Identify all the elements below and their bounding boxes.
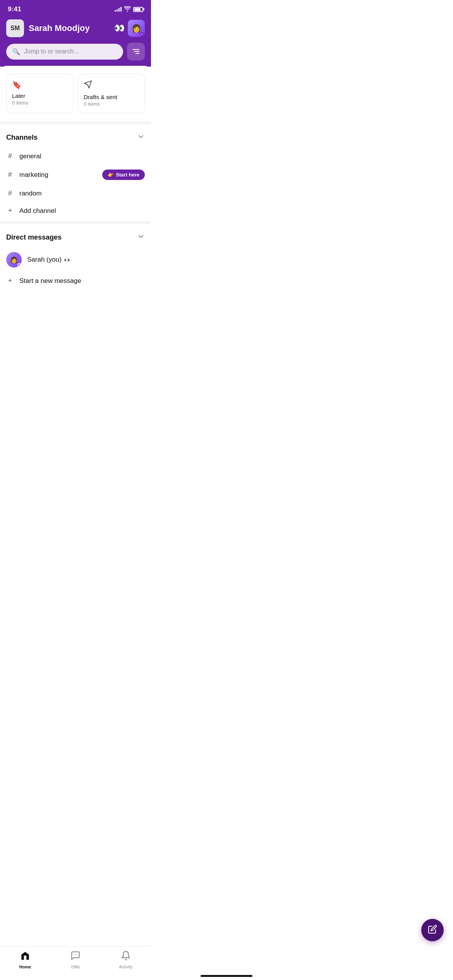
channels-chevron-icon[interactable] <box>137 133 145 142</box>
channel-name-marketing: marketing <box>19 171 97 179</box>
filter-button[interactable] <box>127 43 145 60</box>
search-icon: 🔍 <box>12 48 20 55</box>
channel-random[interactable]: # random <box>6 185 145 202</box>
hash-icon-random: # <box>6 189 14 197</box>
plus-icon-dm: + <box>6 277 14 285</box>
new-message[interactable]: + Start a new message <box>6 272 145 290</box>
battery-icon <box>133 7 143 12</box>
start-here-label: Start here <box>116 172 139 178</box>
start-here-badge: 👉 Start here <box>102 170 145 180</box>
plus-icon-channel: + <box>6 207 14 215</box>
channel-name-random: random <box>19 190 145 197</box>
dm-name-sarah: Sarah (you) <box>27 256 62 264</box>
profile-avatar[interactable]: 👩 <box>128 20 145 37</box>
dm-online-dot <box>17 263 21 267</box>
eyes-emoji: 👀 <box>114 23 125 33</box>
drafts-icon <box>84 80 139 91</box>
wifi-icon <box>124 6 131 13</box>
filter-icon <box>132 49 139 54</box>
new-message-label: Start a new message <box>19 277 81 285</box>
section-divider-2 <box>0 221 151 224</box>
channel-general[interactable]: # general <box>6 147 145 165</box>
channels-section: Channels # general # marketing 👉 Start h… <box>0 126 151 219</box>
later-subtitle: 0 items <box>12 100 67 106</box>
drafts-card[interactable]: Drafts & sent 0 items <box>78 74 145 113</box>
hash-icon: # <box>6 152 14 160</box>
signal-icon <box>115 7 122 12</box>
dm-eyes-emoji: 👀 <box>64 256 72 264</box>
dms-section: Direct messages 👩 Sarah (you) 👀 + Start … <box>0 226 151 290</box>
main-content: 🔖 Later 0 items Drafts & sent 0 items Ch… <box>0 66 151 336</box>
dm-sarah[interactable]: 👩 Sarah (you) 👀 <box>6 247 145 272</box>
dms-title: Direct messages <box>6 233 62 242</box>
dm-avatar-sarah: 👩 <box>6 252 22 267</box>
channel-marketing[interactable]: # marketing 👉 Start here <box>6 165 145 185</box>
user-name: Sarah Moodjoy <box>29 23 90 33</box>
hash-icon-marketing: # <box>6 171 14 179</box>
svg-marker-0 <box>84 81 91 88</box>
channels-title: Channels <box>6 134 38 142</box>
search-placeholder: Jump to or search... <box>24 48 79 55</box>
later-title: Later <box>12 93 67 99</box>
start-here-emoji: 👉 <box>108 172 114 178</box>
bookmark-icon: 🔖 <box>12 80 67 89</box>
later-card[interactable]: 🔖 Later 0 items <box>6 74 73 113</box>
drafts-subtitle: 0 items <box>84 101 139 107</box>
quick-cards: 🔖 Later 0 items Drafts & sent 0 items <box>0 66 151 120</box>
drafts-title: Drafts & sent <box>84 94 139 100</box>
online-dot <box>140 32 144 36</box>
dms-chevron-icon[interactable] <box>137 233 145 242</box>
status-bar: 9:41 <box>0 0 151 16</box>
search-bar[interactable]: 🔍 Jump to or search... <box>6 44 123 60</box>
section-divider-1 <box>0 121 151 124</box>
channel-name-general: general <box>19 152 145 160</box>
status-time: 9:41 <box>8 5 21 13</box>
header: SM Sarah Moodjoy 👀 👩 🔍 Jump to or search… <box>0 16 151 67</box>
status-icons <box>115 6 143 13</box>
avatar-initials: SM <box>6 19 24 37</box>
add-channel[interactable]: + Add channel <box>6 202 145 219</box>
add-channel-label: Add channel <box>19 207 56 215</box>
